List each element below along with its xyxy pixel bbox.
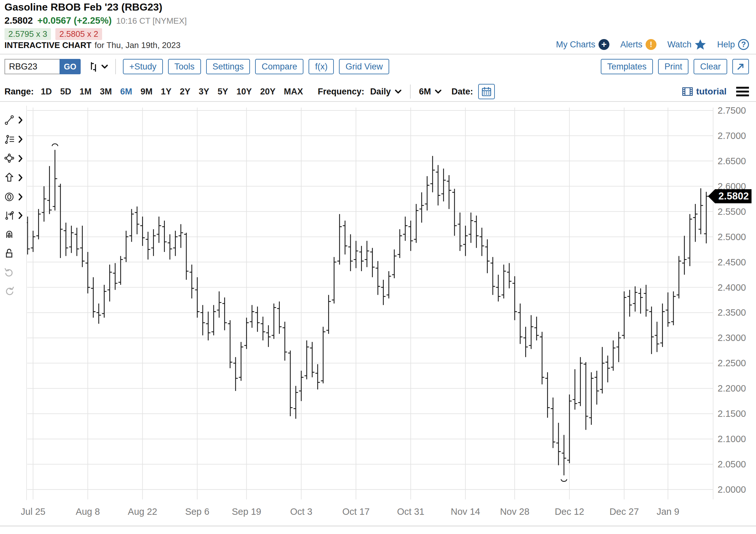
expand-icon [737, 63, 745, 71]
expand-button[interactable] [732, 59, 749, 74]
go-button[interactable]: GO [60, 59, 81, 74]
y-axis-label: 2.0500 [717, 459, 746, 469]
frequency-select[interactable]: Daily [370, 87, 402, 97]
bid-badge: 2.5795 x 3 [5, 28, 51, 40]
my-charts-link[interactable]: My Charts + [556, 39, 609, 50]
hamburger-icon[interactable] [736, 87, 749, 97]
symbol-search: GO [5, 59, 81, 74]
chevron-right-icon[interactable] [18, 135, 23, 143]
watch-link[interactable]: Watch [667, 39, 706, 50]
chevron-right-icon[interactable] [18, 211, 23, 220]
tool-magnet[interactable] [4, 228, 24, 240]
chevron-right-icon[interactable] [18, 174, 23, 182]
my-charts-label: My Charts [556, 40, 595, 50]
price-change: +0.0567 (+2.25%) [38, 15, 112, 26]
calendar-icon [481, 86, 492, 97]
tools-button[interactable]: Tools [168, 59, 201, 74]
date-picker-button[interactable] [478, 84, 495, 99]
tutorial-link[interactable]: tutorial [682, 86, 727, 97]
measure-icon [4, 210, 15, 221]
tool-unlock[interactable] [4, 247, 24, 260]
date-label: Date: [451, 87, 473, 97]
star-icon [694, 39, 706, 50]
range-6m[interactable]: 6M [120, 87, 132, 97]
print-button[interactable]: Print [658, 59, 689, 74]
price-chart[interactable]: 2.75002.70002.65002.60002.55002.50002.45… [0, 106, 756, 534]
high-marker [52, 144, 58, 146]
tutorial-label: tutorial [696, 86, 727, 97]
y-axis-label: 2.4000 [717, 282, 746, 293]
period-select[interactable]: 6M [419, 87, 442, 97]
header-nav: My Charts + Alerts ! Watch Help ? [556, 39, 749, 50]
range-10y[interactable]: 10Y [236, 87, 252, 97]
y-axis-label: 2.0000 [717, 484, 746, 494]
add-study-button[interactable]: +Study [123, 59, 163, 74]
watch-label: Watch [667, 40, 692, 50]
range-divider-line [0, 101, 756, 102]
x-axis-label: Aug 8 [75, 506, 100, 517]
quote-time: 10:16 CT [NYMEX] [116, 16, 187, 26]
x-axis-label: Jan 9 [657, 506, 679, 517]
chevron-down-icon [395, 89, 402, 94]
last-price-badge-label: 2.5802 [718, 190, 749, 202]
last-price: 2.5802 [5, 15, 33, 26]
page-subtitle: INTERACTIVE CHART for Thu, Jan 19th, 202… [5, 40, 180, 50]
frequency-value: Daily [370, 87, 391, 97]
tool-undo[interactable] [4, 266, 24, 279]
chevron-right-icon[interactable] [18, 116, 23, 124]
grid-view-button[interactable]: Grid View [339, 59, 389, 74]
ask-badge: 2.5805 x 2 [55, 28, 102, 40]
compare-button[interactable]: Compare [255, 59, 304, 74]
fx-button[interactable]: f(x) [309, 59, 334, 74]
range-1m[interactable]: 1M [80, 87, 92, 97]
help-label: Help [717, 40, 735, 50]
templates-button[interactable]: Templates [601, 59, 653, 74]
chart-type-selector[interactable] [88, 61, 108, 72]
tool-redo[interactable] [4, 285, 24, 297]
film-icon [682, 87, 693, 96]
settings-button[interactable]: Settings [206, 59, 250, 74]
toolbar-divider [115, 59, 116, 74]
range-5d[interactable]: 5D [60, 87, 71, 97]
chevron-down-icon [435, 89, 442, 94]
help-link[interactable]: Help ? [717, 39, 749, 50]
y-axis-label: 2.4500 [717, 257, 746, 267]
range-3m[interactable]: 3M [100, 87, 112, 97]
tool-annotation[interactable] [4, 133, 24, 146]
tool-shape[interactable] [4, 152, 24, 165]
plus-circle-icon: + [599, 39, 609, 50]
y-axis-label: 2.5000 [717, 232, 746, 242]
chevron-right-icon[interactable] [18, 193, 23, 201]
header-divider [0, 54, 756, 54]
range-2y[interactable]: 2Y [180, 87, 190, 97]
chart-toolbar: GO +Study Tools Settings Compare f(x) Gr… [5, 59, 389, 74]
chevron-right-icon[interactable] [18, 154, 23, 163]
range-9m[interactable]: 9M [141, 87, 153, 97]
tool-trendline[interactable] [4, 114, 24, 126]
range-1y[interactable]: 1Y [161, 87, 172, 97]
x-axis-label: Aug 22 [128, 506, 157, 517]
tool-arrow[interactable] [4, 171, 24, 184]
range-5y[interactable]: 5Y [218, 87, 228, 97]
x-axis-label: Nov 14 [451, 506, 480, 517]
ellipse-icon [4, 191, 15, 202]
x-axis-label: Oct 31 [397, 506, 424, 517]
x-axis-label: Jul 25 [21, 506, 45, 517]
y-axis-label: 2.1500 [717, 408, 746, 419]
alerts-link[interactable]: Alerts ! [620, 39, 657, 50]
page-title: Gasoline RBOB Feb '23 (RBG23) [5, 1, 162, 13]
tool-ellipse[interactable] [4, 190, 24, 203]
symbol-input[interactable] [5, 59, 60, 74]
range-max[interactable]: MAX [284, 87, 303, 97]
drawing-tool-column [0, 106, 27, 500]
chart-toolbar-right: Templates Print Clear [601, 59, 749, 74]
range-1d[interactable]: 1D [41, 87, 52, 97]
redo-icon [4, 286, 15, 296]
alert-circle-icon: ! [646, 39, 657, 50]
clear-button[interactable]: Clear [693, 59, 727, 74]
y-axis-label: 2.7000 [717, 131, 746, 141]
tool-measure[interactable] [4, 209, 24, 222]
shape-icon [4, 153, 15, 164]
range-20y[interactable]: 20Y [260, 87, 276, 97]
range-3y[interactable]: 3Y [199, 87, 209, 97]
